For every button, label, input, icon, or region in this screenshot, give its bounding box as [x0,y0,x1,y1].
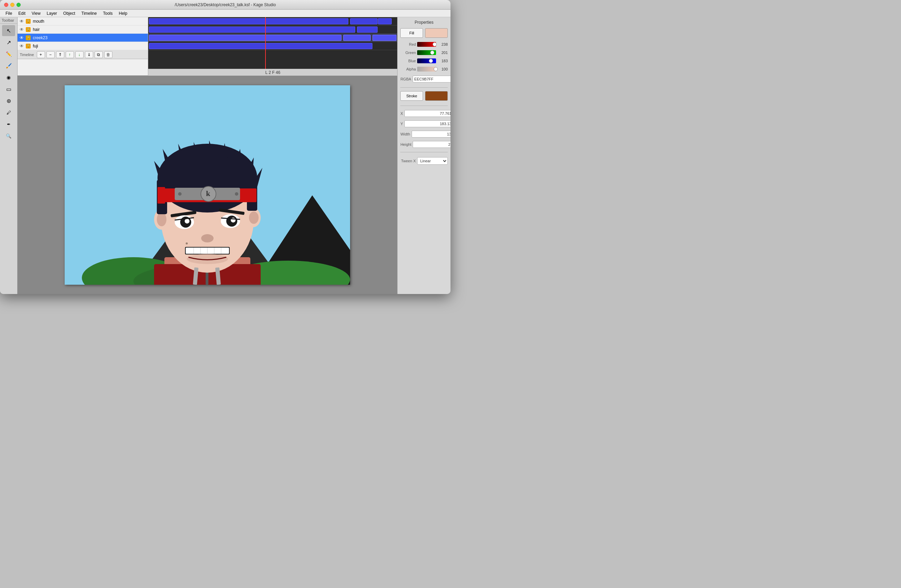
timeline-status: L 2 F 46 [148,69,397,76]
layer-name-hair: hair [33,27,39,32]
red-row: Red 238 [400,42,448,47]
x-input[interactable] [404,110,450,117]
red-value: 238 [437,42,448,47]
height-row: Height [400,141,448,148]
timeline-btn-move-top[interactable]: ⇑ [56,51,64,58]
toolbar-tools: ↖ ↗ ✏️ 🖌️ ◉ ▭ ⊛ 🖊 ✒ 🔍 [0,24,17,143]
menu-help[interactable]: Help [116,10,130,17]
tool-fill[interactable]: ◉ [2,72,15,83]
layer-fuji[interactable]: 👁 🔒 fuji [17,42,148,50]
close-button[interactable] [4,3,8,7]
svg-point-34 [235,192,238,196]
tool-pencil[interactable]: ✒ [2,119,15,129]
menu-edit[interactable]: Edit [16,10,28,17]
rgba-label: RGBA [400,77,411,81]
window-title: /Users/creek23/Desktop/creek23_talk.ksf … [175,2,276,7]
layers-timeline-row: 👁 🔒 mouth 👁 🔒 hair 👁 🔒 creek23 👁 🔒 [17,17,397,76]
svg-point-15 [157,212,167,226]
timeline-area[interactable]: L 2 F 46 [148,17,397,76]
green-thumb [430,51,434,55]
timeline-track-creek23 [148,34,397,42]
properties-title: Properties [400,20,448,25]
divider-3 [400,152,448,152]
timeline-btn-move-down[interactable]: ↓ [75,51,84,58]
stroke-color-swatch[interactable] [425,91,448,101]
alpha-row: Alpha 100 [400,67,448,72]
timeline-btn-copy[interactable]: ⧉ [95,51,103,58]
y-label: Y [400,122,403,126]
alpha-slider[interactable] [417,67,436,72]
width-input[interactable] [412,131,450,137]
svg-point-41 [185,219,190,223]
timeline-btn-delete[interactable]: 🗑 [104,51,112,58]
svg-text:k: k [206,189,210,198]
width-row: Width [400,131,448,137]
timeline-btn-add[interactable]: + [37,51,45,58]
layer-mouth[interactable]: 👁 🔒 mouth [17,17,148,25]
timeline-track-mouth [148,17,397,25]
blue-slider[interactable] [417,58,436,63]
layer-name-fuji: fuji [33,44,38,48]
tool-spiral[interactable]: ⊛ [2,95,15,106]
blue-thumb [429,59,433,63]
stroke-button[interactable]: Stroke [400,91,423,101]
menu-layer[interactable]: Layer [44,10,60,17]
width-label: Width [400,132,410,136]
menu-file[interactable]: File [3,10,15,17]
tool-eyedropper[interactable]: 🖊 [2,107,15,118]
layer-name-mouth: mouth [33,19,44,24]
red-slider[interactable] [417,42,436,47]
timeline-btn-move-up[interactable]: ↑ [66,51,74,58]
main-layout: Toolbar ↖ ↗ ✏️ 🖌️ ◉ ▭ ⊛ 🖊 ✒ 🔍 👁 🔒 mouth [0,17,450,294]
timeline-track-fuji [148,42,397,50]
divider-2 [400,106,448,106]
canvas-area[interactable]: k [17,76,397,294]
fill-button[interactable]: Fill [400,28,423,38]
tween-x-select[interactable]: Linear Ease In Ease Out Ease In Out None [417,157,448,165]
height-label: Height [400,142,411,147]
menu-bar: File Edit View Layer Object Timeline Too… [0,9,450,17]
minimize-button[interactable] [10,3,14,7]
red-thumb [433,42,437,47]
fill-color-swatch[interactable] [425,28,448,38]
green-row: Green 201 [400,50,448,55]
timeline-label: Timeline [20,53,34,57]
blue-value: 183 [437,59,448,63]
height-input[interactable] [413,141,450,148]
lock-icon-mouth: 🔒 [26,19,31,24]
toolbar-label: Toolbar [0,17,17,24]
svg-point-33 [178,192,182,196]
menu-object[interactable]: Object [61,10,78,17]
tool-brush[interactable]: 🖌️ [2,60,15,71]
divider-1 [400,87,448,88]
tool-rectangle[interactable]: ▭ [2,84,15,95]
tween-x-row: Tween X Linear Ease In Ease Out Ease In … [400,157,448,165]
green-label: Green [400,51,416,55]
layer-creek23[interactable]: 👁 🔒 creek23 [17,34,148,42]
eye-icon-mouth: 👁 [20,19,24,24]
y-input[interactable] [404,120,450,127]
timeline-btn-move-bottom[interactable]: ⇓ [85,51,93,58]
rgba-input[interactable] [413,76,450,83]
lock-icon-hair: 🔒 [26,27,31,32]
center-area: 👁 🔒 mouth 👁 🔒 hair 👁 🔒 creek23 👁 🔒 [17,17,397,294]
lock-icon-fuji: 🔒 [26,44,31,48]
menu-timeline[interactable]: Timeline [79,10,100,17]
maximize-button[interactable] [17,3,21,7]
green-slider[interactable] [417,50,436,55]
menu-tools[interactable]: Tools [100,10,115,17]
tool-pen[interactable]: ✏️ [2,48,15,59]
tool-zoom[interactable]: 🔍 [2,130,15,141]
blue-label: Blue [400,59,416,63]
layer-hair[interactable]: 👁 🔒 hair [17,25,148,34]
tool-pointer[interactable]: ↗ [2,37,15,48]
tool-select[interactable]: ↖ [2,25,15,36]
title-bar: /Users/creek23/Desktop/creek23_talk.ksf … [0,0,450,9]
timeline-btn-remove[interactable]: − [47,51,55,58]
menu-view[interactable]: View [29,10,43,17]
tween-x-label: Tween X [400,159,416,163]
lock-icon-creek23: 🔒 [26,36,31,40]
green-value: 201 [437,51,448,55]
timeline-track-hair [148,25,397,34]
canvas-svg: k [65,85,350,285]
